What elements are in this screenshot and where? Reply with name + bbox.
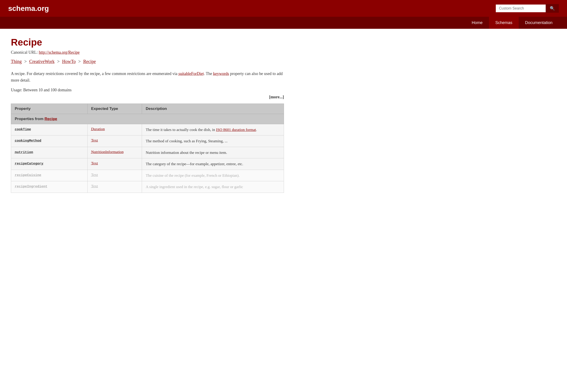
section-link[interactable]: Recipe [44, 117, 57, 121]
site-logo[interactable]: schema.org [8, 4, 49, 13]
keywords-link[interactable]: keywords [213, 71, 229, 76]
desc-nutrition: Nutrition information about the recipe o… [145, 151, 227, 155]
page-title: Recipe [11, 37, 284, 48]
type-cell-recipecuisine: Text [87, 170, 142, 181]
prop-name-cooktime[interactable]: cookTime [15, 127, 31, 131]
prop-name-recipeingredient[interactable]: recipeIngredient [15, 185, 47, 189]
col-header-property: Property [11, 104, 87, 114]
breadcrumb-sep-1: > [24, 59, 28, 64]
breadcrumb-howto[interactable]: HowTo [62, 59, 76, 64]
type-link-nutritioninfo[interactable]: NutritionInformation [91, 150, 124, 154]
prop-cell-recipecuisine: recipeCuisine [11, 170, 87, 181]
nav-bar: Home Schemas Documentation [0, 17, 567, 29]
schema-table: Property Expected Type Description Prope… [11, 104, 284, 193]
table-row: cookingMethod Text The method of cooking… [11, 136, 284, 147]
desc-cookingmethod: The method of cooking, such as Frying, S… [145, 139, 228, 143]
prop-cell-recipecategory: recipeCategory [11, 158, 87, 170]
desc-cell-recipeingredient: A single ingredient used in the recipe, … [142, 181, 284, 193]
table-row: recipeCuisine Text The cuisine of the re… [11, 170, 284, 181]
canonical-label: Canonical URL: [11, 50, 38, 55]
type-cell-cookingmethod: Text [87, 136, 142, 147]
description-text: A recipe. For dietary restrictions cover… [11, 70, 284, 84]
desc-cooktime: The time it takes to actually cook the d… [145, 127, 257, 132]
nav-schemas[interactable]: Schemas [489, 17, 519, 29]
desc-recipeingredient: A single ingredient used in the recipe, … [145, 185, 243, 189]
breadcrumb-sep-3: > [78, 59, 82, 64]
breadcrumb-thing[interactable]: Thing [11, 59, 22, 64]
type-link-text-recipecuisine[interactable]: Text [91, 173, 98, 177]
type-cell-nutrition: NutritionInformation [87, 147, 142, 158]
type-cell-cooktime: Duration [87, 124, 142, 136]
desc-cell-cooktime: The time it takes to actually cook the d… [142, 124, 284, 136]
prop-name-cookingmethod[interactable]: cookingMethod [15, 139, 41, 143]
section-header-cell: Properties from Recipe [11, 114, 284, 124]
suitable-for-diet-link[interactable]: suitableForDiet [178, 71, 204, 76]
usage-text: Usage: Between 10 and 100 domains [11, 88, 284, 92]
more-link[interactable]: [more...] [11, 95, 284, 99]
section-header-row: Properties from Recipe [11, 114, 284, 124]
nav-documentation[interactable]: Documentation [519, 17, 559, 29]
col-header-type: Expected Type [87, 104, 142, 114]
prop-name-nutrition[interactable]: nutrition [15, 151, 33, 154]
search-input[interactable] [496, 4, 546, 12]
col-header-description: Description [142, 104, 284, 114]
type-link-text-cookingmethod[interactable]: Text [91, 138, 98, 142]
table-row: nutrition NutritionInformation Nutrition… [11, 147, 284, 158]
desc-recipecategory: The category of the recipe—for example, … [145, 162, 243, 166]
breadcrumb-creativework[interactable]: CreativeWork [29, 59, 55, 64]
main-content: Recipe Canonical URL: http://schema.org/… [0, 29, 295, 201]
desc-cell-nutrition: Nutrition information about the recipe o… [142, 147, 284, 158]
canonical-url-line: Canonical URL: http://schema.org/Recipe [11, 50, 284, 55]
breadcrumb: Thing > CreativeWork > HowTo > Recipe [11, 59, 284, 64]
iso-duration-link[interactable]: ISO 8601 duration format [216, 127, 256, 132]
prop-name-recipecategory[interactable]: recipeCategory [15, 162, 43, 166]
search-button[interactable]: 🔍 [546, 4, 559, 13]
prop-cell-nutrition: nutrition [11, 147, 87, 158]
breadcrumb-recipe[interactable]: Recipe [83, 59, 96, 64]
desc-recipecuisine: The cuisine of the recipe (for example, … [145, 173, 239, 178]
canonical-url-link[interactable]: http://schema.org/Recipe [39, 50, 80, 55]
prop-cell-cookingmethod: cookingMethod [11, 136, 87, 147]
type-cell-recipecategory: Text [87, 158, 142, 170]
type-link-duration[interactable]: Duration [91, 127, 105, 131]
type-cell-recipeingredient: Text [87, 181, 142, 193]
site-header: schema.org 🔍 [0, 0, 567, 17]
desc-part2: . The [204, 71, 213, 76]
breadcrumb-sep-2: > [57, 59, 61, 64]
nav-home[interactable]: Home [465, 17, 489, 29]
table-row: recipeCategory Text The category of the … [11, 158, 284, 170]
table-row: cookTime Duration The time it takes to a… [11, 124, 284, 136]
table-row: recipeIngredient Text A single ingredien… [11, 181, 284, 193]
type-link-text-recipecategory[interactable]: Text [91, 161, 98, 165]
desc-cell-recipecuisine: The cuisine of the recipe (for example, … [142, 170, 284, 181]
prop-name-recipecuisine[interactable]: recipeCuisine [15, 173, 41, 177]
prop-cell-recipeingredient: recipeIngredient [11, 181, 87, 193]
prop-cell-cooktime: cookTime [11, 124, 87, 136]
desc-cell-cookingmethod: The method of cooking, such as Frying, S… [142, 136, 284, 147]
type-link-text-recipeingredient[interactable]: Text [91, 184, 98, 188]
desc-cell-recipecategory: The category of the recipe—for example, … [142, 158, 284, 170]
section-label: Properties from [15, 117, 44, 121]
desc-part1: A recipe. For dietary restrictions cover… [11, 71, 178, 76]
search-area: 🔍 [496, 4, 559, 13]
table-header-row: Property Expected Type Description [11, 104, 284, 114]
